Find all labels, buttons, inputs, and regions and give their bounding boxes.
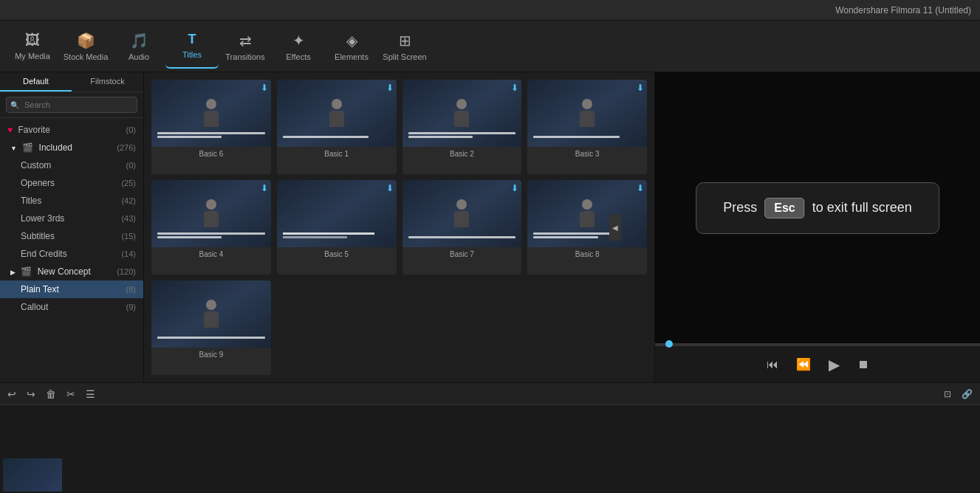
sidebar-group-new-concept[interactable]: ▶ 🎬 New Concept (120) xyxy=(0,263,143,280)
panel-collapse-button[interactable]: ◀ xyxy=(609,214,621,241)
sidebar-item-callout[interactable]: Callout (9) xyxy=(0,298,143,316)
tab-default[interactable]: Default xyxy=(0,72,72,92)
audio-icon: 🎵 xyxy=(130,32,148,49)
delete-button[interactable]: 🗑 xyxy=(46,388,56,400)
title-card-basic7[interactable]: ⬇ Basic 7 xyxy=(402,180,522,275)
sidebar-subtitles-count: (15) xyxy=(121,232,136,241)
sidebar-callout-label: Callout xyxy=(21,302,48,312)
toolbar-my-media[interactable]: 🖼 My Media xyxy=(6,24,59,69)
title-card-basic6[interactable]: ⬇ Basic 6 xyxy=(151,80,271,174)
toolbar-my-media-label: My Media xyxy=(15,52,50,61)
main-toolbar: 🖼 My Media 📦 Stock Media 🎵 Audio T Title… xyxy=(0,21,980,72)
toolbar-audio[interactable]: 🎵 Audio xyxy=(112,24,165,69)
preview-panel: Press Esc to exit full screen ⏮ ⏪ ▶ ⏹ xyxy=(655,72,980,382)
sidebar-item-openers[interactable]: Openers (25) xyxy=(0,174,143,192)
sidebar-item-custom[interactable]: Custom (0) xyxy=(0,156,143,174)
text-line xyxy=(533,136,620,138)
text-line xyxy=(283,136,369,138)
sidebar-favorite-count: (0) xyxy=(126,125,136,134)
redo-button[interactable]: ↪ xyxy=(27,388,35,400)
download-badge: ⬇ xyxy=(386,83,394,93)
rewind-button[interactable]: ⏪ xyxy=(793,354,814,374)
link-button[interactable]: 🔗 xyxy=(962,389,973,399)
thumbnail-basic1: ⬇ xyxy=(277,80,397,147)
transitions-icon: ⇄ xyxy=(239,32,252,49)
title-card-basic3[interactable]: ⬇ Basic 3 xyxy=(527,80,647,174)
sidebar-item-titles[interactable]: Titles (42) xyxy=(0,192,143,210)
toolbar-titles-label: Titles xyxy=(182,50,202,59)
title-label-basic7: Basic 7 xyxy=(402,247,522,261)
person-head xyxy=(206,300,216,310)
undo-button[interactable]: ↩ xyxy=(7,388,16,400)
text-line xyxy=(157,132,265,134)
content-area: Default Filmstock ♥ Favorite (0) ▼ 🎬 xyxy=(0,72,980,382)
sidebar-end-credits-count: (14) xyxy=(121,249,136,258)
title-card-basic1[interactable]: ⬇ Basic 1 xyxy=(277,80,397,174)
preview-controls: ⏮ ⏪ ▶ ⏹ xyxy=(655,345,980,382)
sidebar-titles-count: (42) xyxy=(121,196,136,205)
sidebar-item-plain-text[interactable]: Plain Text (8) xyxy=(0,280,143,298)
person-silhouette xyxy=(204,300,219,328)
person-head xyxy=(456,99,467,109)
preview-progress-bar[interactable] xyxy=(655,343,980,345)
sidebar-subtitles-label: Subtitles xyxy=(21,231,55,241)
elements-icon: ◈ xyxy=(346,32,357,49)
my-media-icon: 🖼 xyxy=(25,32,40,49)
sidebar-included-icon: 🎬 xyxy=(22,142,33,153)
text-lines xyxy=(157,232,265,240)
thumbnail-basic2: ⬇ xyxy=(402,80,522,147)
title-label-basic6: Basic 6 xyxy=(151,147,271,161)
toolbar-effects[interactable]: ✦ Effects xyxy=(272,24,325,69)
esc-suffix: to exit full screen xyxy=(812,200,912,216)
toolbar-stock-media-label: Stock Media xyxy=(64,52,109,61)
prev-frame-button[interactable]: ⏮ xyxy=(764,355,781,374)
titles-grid: ⬇ Basic 6 ⬇ Basic 1 xyxy=(144,72,654,382)
lorem-line-2 xyxy=(283,236,347,238)
title-card-basic9[interactable]: Basic 9 xyxy=(151,280,271,375)
toolbar-transitions-label: Transitions xyxy=(225,52,264,61)
toolbar-stock-media[interactable]: 📦 Stock Media xyxy=(59,24,112,69)
stop-button[interactable]: ⏹ xyxy=(854,355,872,374)
download-badge: ⬇ xyxy=(511,83,518,93)
person-head xyxy=(206,99,216,109)
cut-button[interactable]: ✂ xyxy=(66,388,75,400)
menu-button[interactable]: ☰ xyxy=(86,388,95,400)
toolbar-elements-label: Elements xyxy=(335,52,369,61)
sidebar-item-subtitles[interactable]: Subtitles (15) xyxy=(0,227,143,245)
search-input[interactable] xyxy=(6,97,137,113)
toolbar-split-screen[interactable]: ⊞ Split Screen xyxy=(378,24,431,69)
toolbar-transitions[interactable]: ⇄ Transitions xyxy=(219,24,272,69)
text-line xyxy=(157,232,265,235)
esc-prefix: Press xyxy=(723,200,757,216)
title-card-basic8[interactable]: ⬇ Basic 8 xyxy=(527,180,647,275)
toolbar-titles[interactable]: T Titles xyxy=(165,24,219,69)
title-card-basic4[interactable]: ⬇ Basic 4 xyxy=(151,180,271,275)
sidebar-item-end-credits[interactable]: End Credits (14) xyxy=(0,245,143,263)
top-bar: Wondershare Filmora 11 (Untitled) xyxy=(0,0,980,21)
embed-button[interactable]: ⊡ xyxy=(944,389,951,399)
timeline-clip[interactable] xyxy=(3,458,62,492)
chevron-right-icon: ▶ xyxy=(10,269,16,276)
sidebar-item-lower3rds[interactable]: Lower 3rds (43) xyxy=(0,210,143,227)
person-silhouette xyxy=(204,199,219,227)
preview-area: Press Esc to exit full screen xyxy=(655,72,980,343)
thumbnail-basic7: ⬇ xyxy=(402,180,522,247)
sidebar-group-included[interactable]: ▼ 🎬 Included (276) xyxy=(0,139,143,156)
sidebar-item-favorite[interactable]: ♥ Favorite (0) xyxy=(0,121,143,139)
download-badge: ⬇ xyxy=(386,183,394,193)
tab-filmstock[interactable]: Filmstock xyxy=(72,72,143,92)
sidebar-favorite-label: Favorite xyxy=(18,125,49,135)
title-label-basic4: Basic 4 xyxy=(151,247,271,261)
text-lines xyxy=(408,236,516,240)
thumbnail-basic5: ⬇ xyxy=(277,180,397,247)
title-card-basic5[interactable]: ⬇ Basic 5 xyxy=(277,180,397,275)
sidebar-new-concept-icon: 🎬 xyxy=(21,266,32,277)
toolbar-elements[interactable]: ◈ Elements xyxy=(325,24,378,69)
play-button[interactable]: ▶ xyxy=(826,353,843,376)
title-card-basic2[interactable]: ⬇ Basic 2 xyxy=(402,80,522,174)
title-label-basic1: Basic 1 xyxy=(277,147,397,161)
text-lines xyxy=(157,337,265,340)
download-badge: ⬇ xyxy=(261,83,268,93)
person-head xyxy=(332,99,342,109)
sidebar-plain-text-label: Plain Text xyxy=(21,284,59,294)
